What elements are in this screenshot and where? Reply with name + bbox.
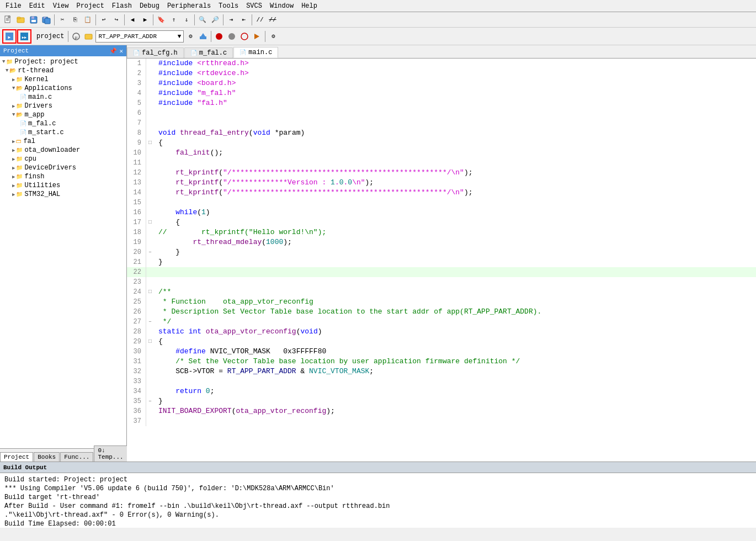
extra-btn[interactable]: ⚙: [267, 30, 279, 43]
code-line-22[interactable]: 22: [127, 267, 756, 277]
code-line-32[interactable]: 32 SCB->VTOR = RT_APP_PART_ADDR & NVIC_V…: [127, 367, 756, 376]
tree-rtthread[interactable]: ▼ 📂 rt-thread: [1, 66, 125, 75]
code-line-35[interactable]: 35–}: [127, 396, 756, 406]
code-line-21[interactable]: 21}: [127, 257, 756, 267]
code-line-18[interactable]: 18// rt_kprintf("Hello world!\n");: [127, 227, 756, 237]
menu-project[interactable]: Project: [73, 1, 107, 11]
start-debug-btn[interactable]: [213, 30, 225, 43]
debug-step-btn[interactable]: [251, 30, 263, 43]
tree-root[interactable]: ▼ 📁 Project: project: [1, 57, 125, 66]
undo-button[interactable]: ↩: [98, 14, 110, 26]
tree-ota[interactable]: ▶ 📁 ota_downloader: [1, 146, 125, 155]
panel-close-btn[interactable]: ✕: [119, 47, 123, 55]
code-line-14[interactable]: 14 rt_kprintf("/************************…: [127, 188, 756, 198]
menu-svcs[interactable]: SVCS: [243, 1, 265, 11]
unindent-button[interactable]: ⇤: [238, 14, 250, 26]
paste-button[interactable]: 📋: [82, 14, 94, 26]
nav-fwd-button[interactable]: ▶: [139, 14, 151, 26]
tab-project[interactable]: Project: [0, 452, 33, 462]
code-line-20[interactable]: 20– }: [127, 247, 756, 257]
tree-drivers[interactable]: ▶ 📁 Drivers: [1, 102, 125, 110]
code-line-23[interactable]: 23: [127, 277, 756, 287]
code-line-34[interactable]: 34 return 0;: [127, 386, 756, 396]
code-line-2[interactable]: 2#include <rtdevice.h>: [127, 68, 756, 78]
tab-fal-cfg[interactable]: 📄 fal_cfg.h: [127, 47, 184, 58]
target-dropdown[interactable]: RT_APP_PART_ADDR ▼: [95, 30, 184, 43]
code-line-28[interactable]: 28static int ota_app_vtor_reconfig(void): [127, 327, 756, 337]
code-line-30[interactable]: 30 #define NVIC_VTOR_MASK 0x3FFFFF80: [127, 347, 756, 357]
code-line-7[interactable]: 7: [127, 118, 756, 128]
code-line-1[interactable]: 1#include <rtthread.h>: [127, 59, 756, 68]
menu-debug[interactable]: Debug: [136, 1, 163, 11]
code-line-31[interactable]: 31 /* Set the Vector Table base location…: [127, 357, 756, 367]
tree-applications[interactable]: ▼ 📂 Applications: [1, 84, 125, 93]
tree-mapp[interactable]: ▼ 📂 m_app: [1, 110, 125, 119]
menu-help[interactable]: Help: [298, 1, 321, 11]
tree-utilities[interactable]: ▶ 📁 Utilities: [1, 181, 125, 190]
code-line-8[interactable]: 8void thread_fal_entry(void *param): [127, 128, 756, 138]
panel-pin-btn[interactable]: 📌: [109, 47, 117, 55]
copy-button[interactable]: ⎘: [69, 14, 81, 26]
find-files-button[interactable]: 🔎: [209, 14, 221, 26]
code-line-17[interactable]: 17□ {: [127, 218, 756, 227]
tree-finsh[interactable]: ▶ 📁 finsh: [1, 172, 125, 181]
code-line-6[interactable]: 6: [127, 108, 756, 118]
code-line-12[interactable]: 12 rt_kprintf("/************************…: [127, 168, 756, 178]
tree-devicedrivers[interactable]: ▶ 📁 DeviceDrivers: [1, 163, 125, 172]
tab-main-c[interactable]: 📄 main.c: [233, 47, 278, 58]
code-line-15[interactable]: 15: [127, 198, 756, 208]
menu-tools[interactable]: Tools: [215, 1, 242, 11]
tab-temp[interactable]: 0↓ Temp...: [94, 445, 127, 462]
tab-m-fal[interactable]: 📄 m_fal.c: [184, 47, 233, 58]
code-line-9[interactable]: 9□{: [127, 138, 756, 148]
code-editor-scroll[interactable]: 1#include <rtthread.h>2#include <rtdevic…: [127, 59, 756, 462]
new-uvision-btn[interactable]: μ: [70, 30, 82, 43]
target-options-btn[interactable]: ⚙: [184, 30, 196, 43]
tree-cpu[interactable]: ▶ 📁 cpu: [1, 155, 125, 163]
code-line-33[interactable]: 33: [127, 376, 756, 386]
prev-bookmark-button[interactable]: ⇑: [168, 14, 180, 26]
cut-button[interactable]: ✂: [56, 14, 68, 26]
code-line-5[interactable]: 5#include "fal.h": [127, 98, 756, 108]
code-line-37[interactable]: 37: [127, 416, 756, 426]
rebuild-button[interactable]: ▶▶: [17, 29, 31, 44]
redo-button[interactable]: ↪: [110, 14, 123, 26]
tree-stm32hal[interactable]: ▶ 📁 STM32_HAL: [1, 190, 125, 199]
save-all-button[interactable]: [40, 14, 52, 26]
next-bookmark-button[interactable]: ⇓: [180, 14, 193, 26]
code-line-36[interactable]: 36INIT_BOARD_EXPORT(ota_app_vtor_reconfi…: [127, 406, 756, 416]
uncomment-button[interactable]: //: [267, 14, 279, 26]
code-line-29[interactable]: 29□{: [127, 337, 756, 347]
comment-button[interactable]: //: [254, 14, 266, 26]
menu-view[interactable]: View: [50, 1, 72, 11]
tree-kernel[interactable]: ▶ 📁 Kernel: [1, 75, 125, 84]
tree-main-c[interactable]: 📄 main.c: [1, 93, 125, 102]
open-uvision-btn[interactable]: [83, 30, 95, 43]
stop-debug-btn[interactable]: [226, 30, 238, 43]
menu-file[interactable]: File: [2, 1, 25, 11]
bookmark-button[interactable]: 🔖: [155, 14, 167, 26]
code-line-4[interactable]: 4#include "m_fal.h": [127, 88, 756, 98]
save-button[interactable]: [28, 14, 40, 26]
load-btn[interactable]: [197, 30, 209, 43]
code-line-26[interactable]: 26 * Description Set Vector Table base l…: [127, 307, 756, 317]
code-line-19[interactable]: 19 rt_thread_mdelay(1000);: [127, 237, 756, 247]
tab-func[interactable]: Func...: [60, 452, 93, 462]
indent-button[interactable]: ⇥: [225, 14, 237, 26]
menu-window[interactable]: Window: [267, 1, 297, 11]
code-line-27[interactable]: 27– */: [127, 317, 756, 327]
find-button[interactable]: 🔍: [196, 14, 209, 26]
code-line-11[interactable]: 11: [127, 158, 756, 168]
new-button[interactable]: [2, 14, 14, 26]
code-line-3[interactable]: 3#include <board.h>: [127, 78, 756, 88]
code-line-13[interactable]: 13 rt_kprintf("/*************Version : 1…: [127, 178, 756, 188]
build-target-button[interactable]: ▶: [2, 29, 17, 44]
code-editor[interactable]: 1#include <rtthread.h>2#include <rtdevic…: [127, 59, 756, 426]
code-line-16[interactable]: 16 while(1): [127, 208, 756, 218]
nav-back-button[interactable]: ◀: [126, 14, 139, 26]
run-btn[interactable]: [238, 30, 251, 43]
code-line-25[interactable]: 25 * Function ota_app_vtor_reconfig: [127, 297, 756, 307]
menu-edit[interactable]: Edit: [26, 1, 49, 11]
tab-books[interactable]: Books: [34, 452, 60, 462]
tree-fal[interactable]: ▶ 🗃 fal: [1, 137, 125, 146]
